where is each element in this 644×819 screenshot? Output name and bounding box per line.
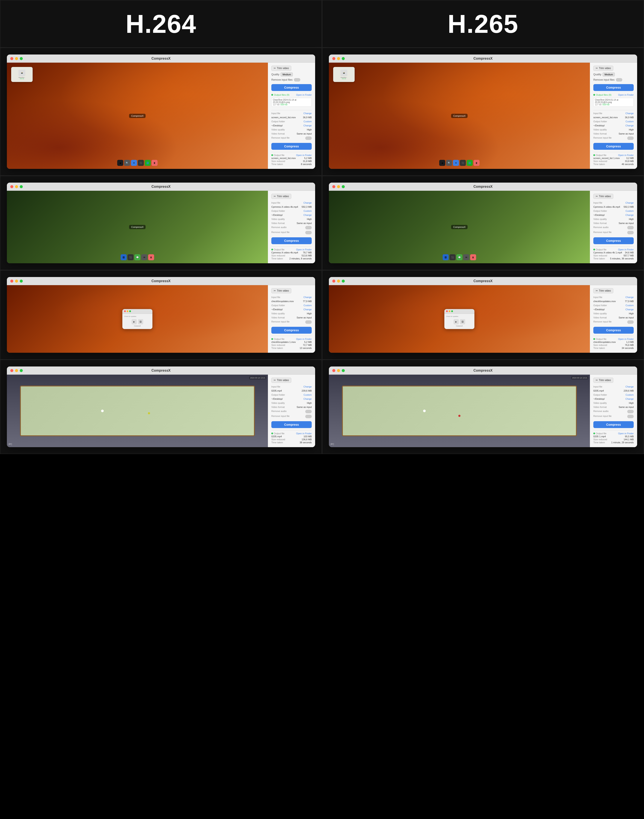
compress-r4l[interactable]: Compress xyxy=(271,421,312,428)
output-open-finder[interactable]: Open in Finder xyxy=(296,154,312,156)
ra-row-r2l: Remove audio xyxy=(271,226,312,230)
min-r4l[interactable] xyxy=(15,369,18,372)
close-button[interactable] xyxy=(10,57,13,60)
row1-left-controls: ✂ Trim video Quality Medium Remove input… xyxy=(268,63,315,169)
input-file-label: Input file xyxy=(271,112,281,115)
zoom-r2l[interactable] xyxy=(20,185,23,188)
row1-right-cell: CompressX 📸 ClearShot... 558 KB Compress… xyxy=(322,47,644,176)
dialog-video-icon: ▶ xyxy=(132,319,137,324)
output-folder-change-r1r[interactable]: Change xyxy=(625,124,634,127)
trim-r4r[interactable]: ✂ Trim video xyxy=(593,378,613,383)
minimize-button[interactable] xyxy=(15,57,18,60)
compress-button-2[interactable]: Compress xyxy=(271,143,312,150)
compress-r3l[interactable]: Compress xyxy=(271,327,312,334)
remove-input-file-toggle-r2r[interactable] xyxy=(627,231,634,234)
min-r3r[interactable] xyxy=(337,280,340,283)
remove-input-toggle-r1r[interactable] xyxy=(616,78,622,81)
dock-icon-r2l-3: 💬 xyxy=(134,254,140,260)
controls-top: ✂ Trim video Quality Medium Remove input… xyxy=(271,66,312,107)
close-r2l[interactable] xyxy=(10,185,13,188)
ctop-r3r: ✂ Trim video xyxy=(593,288,634,293)
ra-r4l[interactable] xyxy=(305,410,312,413)
compress-button[interactable]: Compress xyxy=(271,84,312,91)
zoom-r2r[interactable] xyxy=(342,185,345,188)
close-r4r[interactable] xyxy=(332,369,335,372)
of-row-r2l: Output folder Custom xyxy=(271,210,312,212)
input-file-change-r1r[interactable]: Change xyxy=(625,112,634,115)
zoom-button-r1r[interactable] xyxy=(342,57,345,60)
rif-r4l[interactable] xyxy=(305,415,312,418)
min-r4r[interactable] xyxy=(337,369,340,372)
rif-r3l[interactable] xyxy=(305,320,312,324)
zoom-r4r[interactable] xyxy=(342,369,345,372)
output-folder-custom-r1r[interactable]: Custom xyxy=(626,120,634,123)
ofile-name-r2l: Cpmress-X-video-4k.mp4 78,7 MB xyxy=(271,251,312,254)
trim-r3l[interactable]: ✂ Trim video xyxy=(271,288,291,293)
rif-r4r[interactable] xyxy=(627,415,634,418)
minimize-button-r1r[interactable] xyxy=(337,57,340,60)
remove-audio-toggle-r2r[interactable] xyxy=(627,226,634,230)
output-green-dot xyxy=(271,154,273,156)
trim-r3r[interactable]: ✂ Trim video xyxy=(593,288,613,293)
input-file-change[interactable]: Change xyxy=(303,112,312,115)
zoom-r3l[interactable] xyxy=(20,280,23,283)
close-button-r1r[interactable] xyxy=(332,57,335,60)
open-finder-link-r1r[interactable]: Open in Finder xyxy=(618,93,634,96)
compress-r3r[interactable]: Compress xyxy=(593,327,634,334)
output-file-header-row: Output file Open in Finder xyxy=(271,154,312,156)
close-r2r[interactable] xyxy=(332,185,335,188)
open-finder-link[interactable]: Open in Finder xyxy=(296,93,312,96)
close-r3r[interactable] xyxy=(332,280,335,283)
zoom-r4l[interactable] xyxy=(20,369,23,372)
close-r4l[interactable] xyxy=(10,369,13,372)
trim-video-button-r1r[interactable]: ✂ Trim video xyxy=(593,66,613,71)
zoom-button[interactable] xyxy=(20,57,23,60)
remove-input-file-toggle[interactable] xyxy=(305,136,312,140)
watermark-r2l: CompressX xyxy=(129,225,146,229)
watermark-r2r: CompressX xyxy=(451,225,468,229)
remove-input-file-toggle-r2l[interactable] xyxy=(305,231,312,234)
remove-input-file-toggle-r1r[interactable] xyxy=(627,136,634,140)
video-quality-row: Video quality High xyxy=(271,128,312,131)
screenshot-name-r1r: ClearShot... xyxy=(340,77,347,78)
output-folder-change[interactable]: Change xyxy=(303,124,312,127)
remove-input-toggle[interactable] xyxy=(294,78,300,81)
compress-r4r[interactable]: Compress xyxy=(593,421,634,428)
output-open-finder-r1r[interactable]: Open in Finder xyxy=(618,154,634,156)
trim-video-button[interactable]: ✂ Trim video xyxy=(271,66,291,71)
input-file-size-r1r: 36,9 MB xyxy=(625,116,634,119)
compress-r2r[interactable]: Compress xyxy=(593,237,634,244)
output-folder-custom[interactable]: Custom xyxy=(304,120,312,123)
output-folder-label: Output folder xyxy=(271,120,285,123)
min-r2l[interactable] xyxy=(15,185,18,188)
min-r3l[interactable] xyxy=(15,280,18,283)
min-r2r[interactable] xyxy=(337,185,340,188)
output-files-row-r1r: Output files (9) Open in Finder xyxy=(593,93,634,96)
trim-r2l[interactable]: ✂ Trim video xyxy=(271,194,291,199)
zoom-r3r[interactable] xyxy=(342,280,345,283)
close-r3l[interactable] xyxy=(10,280,13,283)
output-green-dot-r1r xyxy=(593,154,595,156)
compress-r2l[interactable]: Compress xyxy=(271,237,312,244)
trim-r2r[interactable]: ✂ Trim video xyxy=(593,194,613,199)
dock-icon-r2r-2: ⬛ xyxy=(449,254,455,260)
compress-button-r1r[interactable]: Compress xyxy=(593,84,634,91)
cmid-r4l: Input file Change 0205.mp4 239,6 MB Outp… xyxy=(271,385,312,419)
size-reduced-label-r1r: Size reduced xyxy=(593,160,607,162)
title-r2r: CompressX xyxy=(474,185,493,188)
output-folder-label-r1r: Output folder xyxy=(593,120,607,123)
title-r4l: CompressX xyxy=(152,369,171,372)
quality-value-r1r: Medium xyxy=(603,72,615,77)
video-quality-label-r1r: Video quality xyxy=(593,128,607,131)
input-file-name-r1r: screen_record_list.mov xyxy=(593,116,618,119)
screenshot-name: ClearShot... xyxy=(18,77,25,78)
size-reduced-value-r1r: 33,8 MB xyxy=(625,160,634,162)
ra-r4r[interactable] xyxy=(627,410,634,413)
remove-audio-toggle-r2l[interactable] xyxy=(305,226,312,230)
compress-button-2-r1r[interactable]: Compress xyxy=(593,143,634,150)
rif-r3r[interactable] xyxy=(627,320,634,324)
video-label-r4r: IPC xyxy=(331,443,334,445)
cmid-r3l: Input file Change checkforupdates.mov 77… xyxy=(271,295,312,324)
trim-r4l[interactable]: ✂ Trim video xyxy=(271,378,291,383)
video-label-r4l: IPC xyxy=(9,443,12,445)
